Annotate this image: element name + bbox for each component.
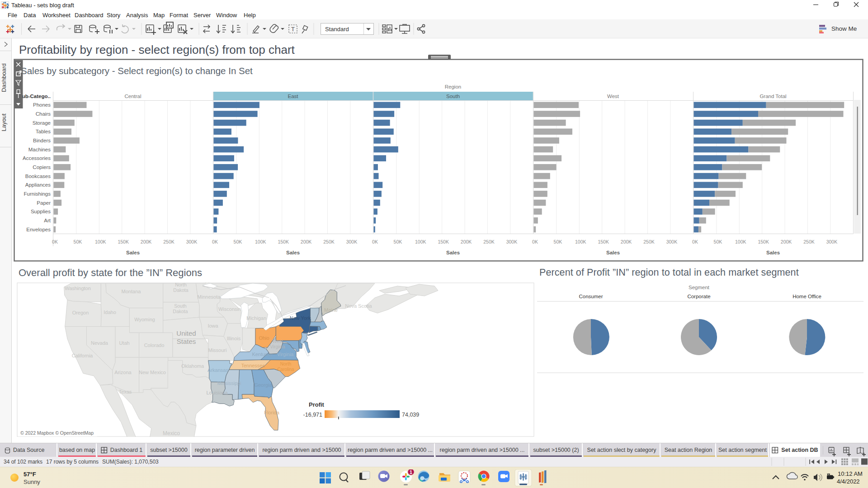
svg-text:150K: 150K (438, 239, 449, 244)
svg-text:100K: 100K (95, 239, 106, 244)
svg-text:Envelopes: Envelopes (26, 227, 51, 232)
svg-text:Utah: Utah (119, 340, 129, 346)
svg-text:North: North (280, 361, 291, 366)
svg-text:Washington: Washington (65, 286, 91, 291)
svg-text:Supplies: Supplies (31, 209, 51, 214)
svg-text:Paper: Paper (37, 200, 51, 206)
svg-text:East: East (288, 94, 298, 99)
svg-text:50K: 50K (74, 239, 82, 244)
svg-text:New York: New York (290, 315, 311, 321)
svg-text:Michigan: Michigan (246, 315, 266, 321)
svg-text:50K: 50K (234, 239, 242, 244)
svg-text:200K: 200K (141, 239, 152, 244)
svg-text:Dakota: Dakota (173, 287, 188, 293)
svg-text:0K: 0K (212, 239, 218, 244)
svg-text:150K: 150K (758, 239, 769, 244)
svg-text:300K: 300K (346, 239, 358, 244)
svg-text:Copiers: Copiers (33, 164, 51, 170)
svg-text:Consumer: Consumer (579, 294, 603, 299)
svg-text:Percent of Profit ”IN” region: Percent of Profit ”IN” region to total i… (539, 267, 799, 278)
svg-text:100K: 100K (575, 239, 586, 244)
svg-text:0K: 0K (372, 239, 378, 244)
svg-text:300K: 300K (666, 239, 678, 244)
svg-text:Binders: Binders (33, 138, 51, 143)
svg-text:California: California (72, 353, 93, 358)
svg-text:Sales by subcategory - Select: Sales by subcategory - Select region(s) … (21, 66, 253, 76)
svg-text:250K: 250K (323, 239, 335, 244)
svg-text:Segment: Segment (689, 285, 710, 290)
svg-text:Carolina: Carolina (277, 367, 294, 372)
svg-text:0K: 0K (532, 239, 538, 244)
svg-text:Idaho: Idaho (104, 310, 116, 315)
svg-text:200K: 200K (301, 239, 312, 244)
svg-text:North: North (175, 282, 187, 287)
svg-text:300K: 300K (186, 239, 198, 244)
svg-text:Nova Scotia: Nova Scotia (345, 303, 372, 309)
svg-text:Sales: Sales (446, 250, 460, 255)
svg-text:50K: 50K (554, 239, 562, 244)
svg-text:Arizona: Arizona (114, 370, 132, 375)
svg-text:Texas: Texas (119, 389, 132, 394)
svg-text:Maine: Maine (324, 307, 338, 313)
svg-text:Accessories: Accessories (23, 155, 51, 161)
svg-text:Phones: Phones (33, 102, 51, 108)
svg-text:Art: Art (44, 218, 51, 223)
svg-text:0K: 0K (52, 239, 58, 244)
svg-text:Sub-Catego..: Sub-Catego.. (19, 94, 51, 99)
svg-text:Florida: Florida (264, 410, 280, 415)
svg-text:Colorado: Colorado (144, 343, 165, 348)
svg-text:Sales: Sales (126, 250, 140, 255)
svg-text:© 2022 Mapbox © OpenStreetMap: © 2022 Mapbox © OpenStreetMap (20, 430, 94, 436)
svg-text:50K: 50K (394, 239, 402, 244)
svg-text:Oklahoma: Oklahoma (181, 363, 204, 369)
svg-text:250K: 250K (803, 239, 815, 244)
svg-text:150K: 150K (598, 239, 609, 244)
svg-text:Sales: Sales (606, 250, 620, 255)
svg-text:200K: 200K (621, 239, 632, 244)
svg-text:Arkansas: Arkansas (208, 367, 228, 373)
svg-text:Wisconsin: Wisconsin (218, 306, 241, 312)
svg-text:-16,971: -16,971 (303, 412, 322, 418)
svg-text:250K: 250K (163, 239, 175, 244)
svg-text:New Mexico: New Mexico (139, 370, 166, 375)
svg-text:Bookcases: Bookcases (25, 174, 51, 179)
svg-text:South: South (446, 94, 460, 99)
svg-text:Illinois: Illinois (227, 336, 241, 341)
svg-text:Home Office: Home Office (793, 294, 821, 299)
svg-text:Mexico: Mexico (163, 430, 180, 436)
svg-text:Profit: Profit (309, 401, 325, 408)
svg-text:Region: Region (445, 84, 461, 89)
svg-text:150K: 150K (278, 239, 289, 244)
svg-text:Georgia: Georgia (254, 382, 272, 388)
svg-text:Corporate: Corporate (687, 294, 710, 299)
svg-text:Machines: Machines (28, 147, 51, 152)
svg-text:100K: 100K (255, 239, 266, 244)
svg-text:West: West (607, 94, 619, 99)
svg-text:Montana: Montana (122, 289, 142, 294)
svg-text:Mississippi: Mississippi (217, 380, 241, 386)
svg-text:Storage: Storage (33, 120, 51, 126)
svg-text:200K: 200K (781, 239, 792, 244)
svg-text:Virginia: Virginia (270, 344, 285, 349)
svg-text:Oregon: Oregon (72, 310, 89, 315)
svg-text:States: States (177, 338, 196, 345)
svg-text:Virginia: Virginia (277, 352, 294, 357)
svg-text:0K: 0K (692, 239, 698, 244)
svg-text:Ohio: Ohio (259, 335, 269, 341)
svg-text:Louisiana: Louisiana (206, 390, 228, 395)
svg-text:Central: Central (124, 94, 141, 99)
svg-text:Grand Total: Grand Total (760, 94, 786, 99)
svg-text:300K: 300K (826, 239, 838, 244)
svg-text:Sales: Sales (286, 250, 300, 255)
svg-text:Chairs: Chairs (36, 111, 51, 117)
svg-text:100K: 100K (735, 239, 746, 244)
svg-text:Tables: Tables (36, 129, 51, 134)
svg-text:250K: 250K (643, 239, 655, 244)
svg-text:Nevada: Nevada (91, 340, 108, 346)
svg-text:50K: 50K (714, 239, 722, 244)
svg-text:West: West (273, 339, 283, 344)
svg-text:Furnishings: Furnishings (24, 191, 51, 197)
svg-text:Iowa: Iowa (208, 323, 218, 328)
svg-text:Wyoming: Wyoming (134, 317, 155, 322)
svg-text:Dakota: Dakota (173, 309, 188, 314)
